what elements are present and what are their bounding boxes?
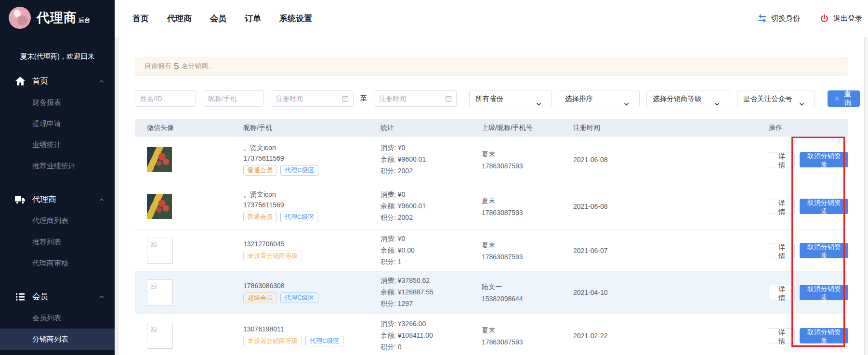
home-icon [14, 76, 26, 87]
avatar-cell [135, 194, 241, 219]
sidebar-item-0-1[interactable]: 提现申请 [0, 113, 115, 134]
filter-select-1[interactable]: 选择排序 [559, 90, 640, 107]
detail-button[interactable]: 详情 [769, 285, 795, 300]
broken-image-icon [149, 325, 156, 331]
parent-phone: 17863087593 [482, 162, 573, 170]
level-tag: 未设置分销商等级 [243, 251, 302, 261]
chevron-up-icon [98, 293, 105, 300]
cancel-distribution-button[interactable]: 取消分销资质 [800, 328, 848, 343]
register-date-cell: 2021-02-22 [573, 332, 761, 340]
page-scrollbar[interactable] [864, 37, 868, 355]
detail-button[interactable]: 详情 [769, 243, 795, 258]
phone-text: 17863086308 [243, 282, 381, 290]
sidebar-item-1-0[interactable]: 代理商列表 [0, 210, 115, 231]
phone-text: 13076198011 [243, 325, 381, 333]
parent-name: 夏末 [482, 326, 573, 335]
parent-phone: 17863087593 [482, 338, 573, 346]
sidebar-scrollbar[interactable] [115, 37, 119, 355]
nickname-cell: 。贤文icon17375611569普通会员代理C级区 [241, 144, 381, 176]
points-text: 积分: 2002 [381, 167, 482, 176]
topnav-item-1[interactable]: 代理商 [167, 13, 192, 24]
register-date-start-input[interactable] [271, 90, 354, 107]
points-text: 积分: 1297 [381, 300, 482, 308]
sidebar-item-2-1[interactable]: 分销商列表 [0, 329, 115, 350]
balance-text: 余额: ¥108411.00 [381, 331, 482, 340]
sidebar-item-1-1[interactable]: 推荐列表 [0, 231, 115, 253]
column-header-4: 注册时间 [573, 124, 761, 132]
topnav-item-0[interactable]: 首页 [132, 13, 149, 24]
sidebar-group-header-1[interactable]: 代理商 [0, 189, 115, 210]
sidebar-item-0-0[interactable]: 财务报表 [0, 92, 115, 113]
detail-button[interactable]: 详情 [769, 152, 795, 167]
name-id-input[interactable] [135, 90, 196, 107]
topnav: 首页代理商会员订单系统设置 切换身份 退出登录 [115, 0, 868, 37]
balance-text: 余额: ¥0.00 [381, 246, 482, 255]
topnav-item-4[interactable]: 系统设置 [279, 13, 312, 24]
chevron-up-icon [98, 196, 105, 203]
level-tag: 超级会员 [243, 292, 277, 303]
table-row[interactable]: 13076198011未设置分销商等级代理C级区消费: ¥3266.00余额: … [135, 314, 848, 355]
switch-identity-button[interactable]: 切换身份 [757, 13, 800, 24]
column-header-1: 昵称/手机 [241, 124, 381, 132]
chevron-down-icon [719, 96, 725, 102]
sidebar-group-header-2[interactable]: 会员 [0, 286, 115, 307]
balance-text: 余额: ¥9600.01 [381, 155, 482, 164]
cancel-distribution-button[interactable]: 取消分销资质 [800, 152, 848, 167]
parent-cell: 夏末17863087593 [482, 241, 573, 261]
filter-select-value: 是否关注公众号 [743, 94, 792, 103]
register-date-cell: 2021-06-07 [573, 247, 761, 254]
filter-select-2[interactable]: 选择分销商等级 [646, 90, 730, 107]
action-cell: 详情取消分销资质 [761, 199, 848, 214]
sidebar-menu: 首页财务报表提现申请业绩统计推荐业绩统计代理商代理商列表推荐列表代理商审核会员会… [0, 71, 115, 350]
register-date-cell: 2021-06-08 [573, 156, 761, 164]
chevron-down-icon [803, 96, 810, 102]
register-date-end-input[interactable] [374, 90, 457, 107]
nick-phone-input[interactable] [203, 90, 264, 107]
detail-button[interactable]: 详情 [769, 328, 795, 343]
nickname-cell: 13212706045未设置分销商等级 [241, 240, 381, 261]
main-content: 目前拥有 5 名分销商。 至 所有省份选择排序选择分销商等级是否关注公众号 查询 [119, 37, 868, 355]
tag-list: 未设置分销商等级 [243, 251, 381, 261]
filter-select-3[interactable]: 是否关注公众号 [737, 90, 815, 107]
topnav-right: 切换身份 退出登录 [757, 13, 868, 24]
sidebar-item-2-0[interactable]: 会员列表 [0, 307, 115, 329]
sidebar-group-header-0[interactable]: 首页 [0, 71, 115, 92]
table-row[interactable]: 。贤文icon17375611569普通会员代理C级区消费: ¥0余额: ¥96… [135, 137, 848, 183]
points-text: 积分: 0 [381, 343, 482, 352]
avatar-cell [135, 238, 241, 264]
tag-list: 超级会员代理C级区 [243, 292, 381, 303]
parent-cell: 夏末17863087593 [482, 326, 573, 346]
sidebar-group-label: 会员 [32, 292, 98, 302]
sidebar-item-1-2[interactable]: 代理商审核 [0, 253, 115, 274]
column-header-0: 微信头像 [135, 124, 241, 132]
parent-phone: 17863087593 [482, 253, 573, 261]
parent-cell: 夏末17863087593 [482, 150, 573, 170]
table-row[interactable]: 13212706045未设置分销商等级消费: ¥0余额: ¥0.00积分: 1夏… [135, 230, 848, 272]
welcome-text: 夏末(代理商)，欢迎回来 [0, 52, 115, 61]
table-row[interactable]: 17863086308超级会员代理C级区消费: ¥37850.62余额: ¥12… [135, 272, 848, 314]
cancel-distribution-button[interactable]: 取消分销资质 [800, 285, 848, 300]
table-row[interactable]: 。贤文icon17375611569普通会员代理C级区消费: ¥0余额: ¥96… [135, 183, 848, 230]
sidebar-item-0-3[interactable]: 推荐业绩统计 [0, 155, 115, 177]
cancel-distribution-button[interactable]: 取消分销资质 [800, 243, 848, 258]
level-tag: 代理C级区 [305, 336, 343, 346]
cancel-distribution-button[interactable]: 取消分销资质 [800, 199, 848, 214]
phone-text: 17375611569 [243, 154, 381, 162]
topnav-item-3[interactable]: 订单 [245, 13, 261, 24]
sidebar-item-0-2[interactable]: 业绩统计 [0, 134, 115, 155]
truck-icon [14, 194, 26, 205]
topnav-item-2[interactable]: 会员 [210, 13, 226, 24]
stats-cell: 消费: ¥0余额: ¥9600.01积分: 2002 [381, 190, 482, 222]
detail-button[interactable]: 详情 [769, 199, 795, 214]
switch-identity-label: 切换身份 [771, 14, 800, 23]
filter-select-0[interactable]: 所有省份 [469, 90, 552, 107]
logout-button[interactable]: 退出登录 [819, 13, 862, 24]
action-cell: 详情取消分销资质 [761, 285, 848, 300]
wechat-avatar-image [147, 194, 172, 219]
alert-prefix: 目前拥有 [145, 62, 171, 71]
app-window: 代理商 后台 夏末(代理商)，欢迎回来 首页财务报表提现申请业绩统计推荐业绩统计… [0, 0, 868, 355]
sidebar: 代理商 后台 夏末(代理商)，欢迎回来 首页财务报表提现申请业绩统计推荐业绩统计… [0, 0, 115, 355]
filter-select-value: 选择分销商等级 [653, 94, 702, 103]
nickname-text: 。贤文icon [243, 144, 381, 152]
search-button[interactable]: 查询 [828, 90, 860, 107]
